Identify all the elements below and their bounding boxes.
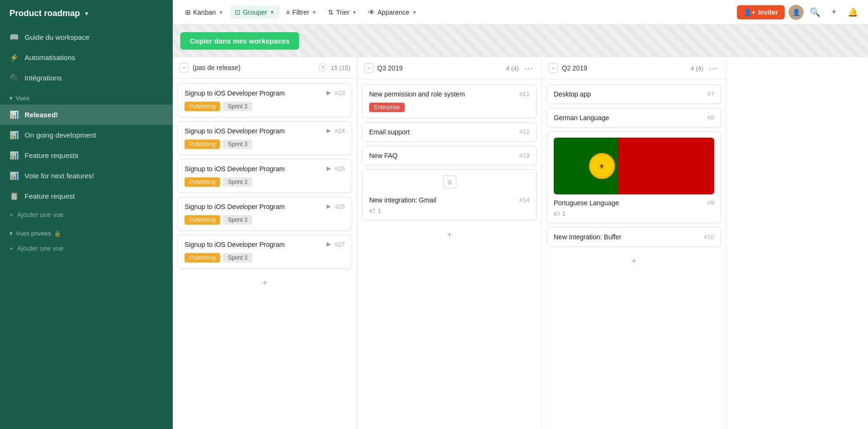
tag-publishing: Publishing bbox=[185, 177, 220, 187]
column-title: Q3 2019 bbox=[377, 64, 502, 72]
card-title: Email support bbox=[369, 128, 515, 136]
kanban-icon: ⊞ bbox=[185, 9, 191, 16]
add-card-button[interactable]: + bbox=[547, 253, 721, 270]
plugin-icon: 🔌 bbox=[9, 73, 19, 82]
sidebar-item-label: Intégrations bbox=[25, 74, 62, 82]
tag-publishing: Publishing bbox=[185, 140, 220, 149]
flag-red bbox=[618, 138, 714, 194]
kanban-board: − (pas de release) ? 15 (15) Signup to i… bbox=[173, 57, 868, 429]
card-12[interactable]: Email support #12 bbox=[362, 122, 537, 142]
sidebar-item-guide[interactable]: 📖 Guide du workspace bbox=[0, 27, 173, 47]
trier-button[interactable]: ⇅ Trier ▼ bbox=[323, 6, 362, 19]
card-id: #8 bbox=[708, 114, 714, 121]
card-title: Signup to iOS Developer Program bbox=[185, 89, 323, 97]
card-27[interactable]: Signup to iOS Developer Program ▶ #27 Pu… bbox=[177, 235, 352, 269]
card-23[interactable]: Signup to iOS Developer Program ▶ #23 Pu… bbox=[177, 83, 352, 117]
sidebar-item-feature-requests[interactable]: 📊 Feature requests bbox=[0, 145, 173, 166]
arrow-icon: ▶ bbox=[327, 165, 331, 172]
arrow-icon: ▶ bbox=[327, 89, 331, 96]
sidebar-item-ongoing[interactable]: 📊 On going development bbox=[0, 125, 173, 145]
add-button[interactable]: + bbox=[826, 5, 841, 20]
card-10[interactable]: New Integration: Buffer #10 bbox=[547, 227, 721, 247]
sidebar-item-released[interactable]: 📊 Released! bbox=[0, 105, 173, 125]
avatar-initial: 👤 bbox=[792, 9, 800, 16]
avatar[interactable]: 👤 bbox=[788, 5, 804, 20]
add-card-button[interactable]: + bbox=[362, 226, 537, 243]
arrow-icon: ▶ bbox=[327, 241, 331, 247]
card-11[interactable]: New permission and role system #11 Enter… bbox=[362, 84, 537, 118]
card-title: German Language bbox=[554, 114, 704, 122]
flag-emblem: ⚜ bbox=[589, 153, 615, 179]
card-14[interactable]: 🖼 New integration: Gmail #14 🏷 1 bbox=[362, 169, 537, 220]
card-9[interactable]: ⚜ Portuguese Language #9 🏷 1 bbox=[547, 131, 721, 223]
grouper-button[interactable]: ⊡ Grouper ▼ bbox=[230, 6, 279, 19]
add-private-view-button[interactable]: + Ajouter une vue bbox=[0, 240, 173, 257]
filtrer-button[interactable]: ≡ Filtrer ▼ bbox=[281, 6, 321, 19]
sidebar-item-integrations[interactable]: 🔌 Intégrations bbox=[0, 68, 173, 88]
invite-button[interactable]: 👤+ Inviter bbox=[737, 5, 785, 19]
card-id: #27 bbox=[335, 241, 345, 248]
sidebar-item-automations[interactable]: ⚡ Automatisations bbox=[0, 47, 173, 68]
column-body-q2: Desktop app #7 German Language #8 ⚜ bbox=[542, 79, 726, 429]
views-section-label: ▾ Vues bbox=[0, 88, 173, 105]
card-7[interactable]: Desktop app #7 bbox=[547, 84, 721, 104]
collapse-button[interactable]: − bbox=[549, 63, 558, 73]
card-25[interactable]: Signup to iOS Developer Program ▶ #25 Pu… bbox=[177, 159, 352, 193]
private-views-section-label: ▾ Vues privées 🔒 bbox=[0, 223, 173, 240]
lock-icon: 🔒 bbox=[54, 230, 61, 237]
sidebar-item-label: Automatisations bbox=[25, 53, 75, 61]
card-8[interactable]: German Language #8 bbox=[547, 108, 721, 128]
grid-icon: 📊 bbox=[9, 151, 19, 160]
column-count: 4 (4) bbox=[506, 65, 519, 72]
flag-image: ⚜ bbox=[554, 138, 714, 194]
arrow-icon: ▶ bbox=[327, 203, 331, 210]
plus-icon: + bbox=[9, 245, 13, 252]
help-icon[interactable]: ? bbox=[319, 63, 327, 72]
grid-icon: 📊 bbox=[9, 171, 19, 180]
plus-icon: + bbox=[9, 211, 13, 219]
notifications-button[interactable]: 🔔 bbox=[845, 5, 860, 20]
list-icon: 📋 bbox=[9, 192, 19, 201]
bolt-icon: ⚡ bbox=[9, 53, 19, 62]
tag-publishing: Publishing bbox=[185, 102, 220, 111]
search-button[interactable]: 🔍 bbox=[807, 5, 823, 20]
card-id: #25 bbox=[335, 165, 345, 172]
column-title: (pas de release) bbox=[193, 64, 315, 71]
column-menu-icon[interactable]: ⋯ bbox=[523, 63, 535, 73]
add-view-button[interactable]: + Ajouter une vue bbox=[0, 206, 173, 223]
sidebar-item-vote[interactable]: 📊 Vote for next features! bbox=[0, 166, 173, 186]
card-24[interactable]: Signup to iOS Developer Program ▶ #24 Pu… bbox=[177, 121, 352, 155]
card-title: New FAQ bbox=[369, 152, 515, 159]
chevron-down-icon: ▼ bbox=[84, 10, 89, 17]
sidebar-title[interactable]: Product roadmap ▼ bbox=[0, 0, 173, 27]
kanban-button[interactable]: ⊞ Kanban ▼ bbox=[180, 6, 228, 19]
collapse-button[interactable]: − bbox=[179, 63, 189, 72]
card-title: New permission and role system bbox=[369, 90, 515, 98]
card-26[interactable]: Signup to iOS Developer Program ▶ #26 Pu… bbox=[177, 197, 352, 231]
toolbar-right: 👤+ Inviter 👤 🔍 + 🔔 bbox=[737, 5, 860, 20]
apparence-button[interactable]: 👁 Apparence ▼ bbox=[363, 6, 422, 19]
column-q3-2019: − Q3 2019 4 (4) ⋯ New permission and rol… bbox=[357, 57, 542, 429]
tag-sprint3: Sprint 3 bbox=[223, 102, 252, 111]
toolbar: ⊞ Kanban ▼ ⊡ Grouper ▼ ≡ Filtrer ▼ ⇅ Tri… bbox=[173, 0, 868, 25]
book-icon: 📖 bbox=[9, 33, 19, 42]
tag-sprint3: Sprint 3 bbox=[223, 253, 252, 263]
card-id: #14 bbox=[519, 196, 530, 203]
column-count: 4 (4) bbox=[691, 65, 703, 72]
copy-workspace-button[interactable]: Copier dans mes workspaces bbox=[180, 32, 299, 50]
collapse-button[interactable]: − bbox=[364, 63, 373, 73]
column-no-release: − (pas de release) ? 15 (15) Signup to i… bbox=[173, 57, 357, 429]
column-count: 15 (15) bbox=[331, 64, 350, 71]
sidebar-item-feature-request[interactable]: 📋 Feature request bbox=[0, 186, 173, 206]
image-placeholder: 🖼 bbox=[443, 175, 456, 189]
card-title: Portuguese Language bbox=[554, 199, 704, 207]
arrow-icon: ▶ bbox=[327, 127, 331, 134]
banner: Copier dans mes workspaces bbox=[173, 25, 868, 57]
sidebar-item-label: Vote for next features! bbox=[25, 172, 94, 180]
card-id: #13 bbox=[519, 152, 530, 159]
card-id: #26 bbox=[335, 203, 345, 210]
add-card-button[interactable]: + bbox=[177, 274, 352, 291]
filter-icon: ≡ bbox=[286, 9, 290, 16]
column-menu-icon[interactable]: ⋯ bbox=[707, 63, 719, 73]
card-13[interactable]: New FAQ #13 bbox=[362, 146, 537, 166]
